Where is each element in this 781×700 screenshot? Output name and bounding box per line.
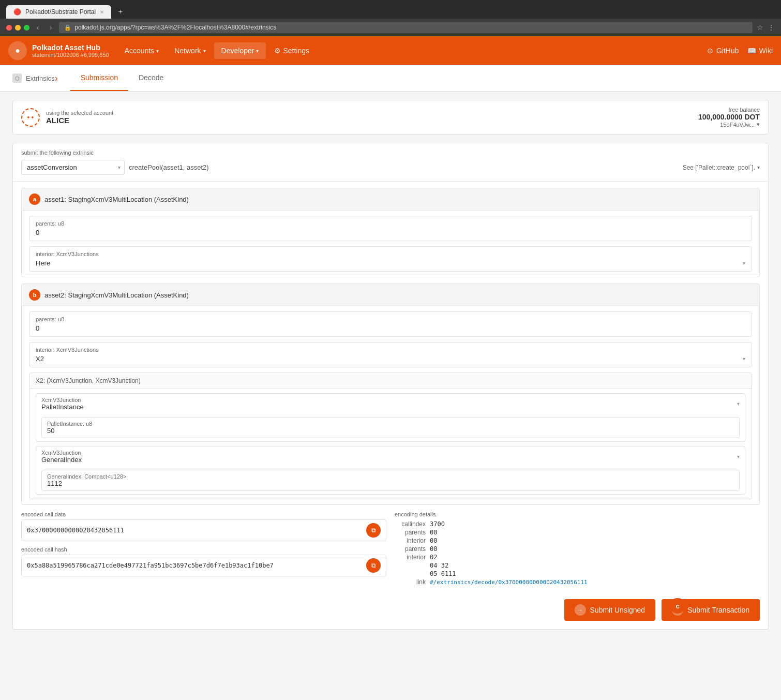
call-hash-field: encoded call hash 0x5a88a519965786ca271c… [21,546,386,576]
encoding-key-parents2: parents [395,545,426,553]
encoding-val-parents2: 00 [430,545,437,553]
tab-close-btn[interactable]: ✕ [100,9,104,15]
tab-decode[interactable]: Decode [128,65,174,91]
more-btn[interactable]: ⋮ [768,23,775,32]
balance-label: free balance [698,107,760,113]
call-data-field: encoded call data 0x37000000000002043205… [21,511,386,541]
encoding-val-interior1: 00 [430,537,437,544]
asset1-interior-field: interior: XcmV3Junctions Here ▾ [29,246,752,272]
active-tab[interactable]: 🔴 Polkadot/Substrate Portal ✕ [6,5,111,19]
call-hash-label: encoded call hash [21,546,386,553]
asset1-parents-label: parents: u8 [29,216,752,228]
network-chevron-icon: ▾ [203,48,206,54]
see-link-chevron-icon: ▾ [757,165,760,170]
account-name: ALICE [46,116,113,125]
general-index-field: GeneralIndex: Compact<u128> 1112 [41,470,740,491]
asset2-title: asset2: StagingXcmV3MultiLocation (Asset… [44,291,189,299]
copy-call-hash-button[interactable]: ⧉ [366,558,381,573]
junction1-label: XcmV3Junction [41,397,84,403]
encoding-left: encoded call data 0x37000000000002043205… [21,511,386,587]
asset2-parents-label: parents: u8 [29,312,752,323]
encoding-key-callindex: callindex [395,520,426,528]
asset2-header: b asset2: StagingXcmV3MultiLocation (Ass… [22,284,759,306]
breadcrumb-sep: › [55,73,58,84]
wiki-link[interactable]: 📖 Wiki [747,47,773,55]
window-maximize-dot[interactable] [24,25,29,31]
sub-nav: ⬡ Extrinsics › Submission Decode [0,65,781,92]
asset1-badge: a [29,193,40,205]
sub-tabs: Submission Decode [70,65,174,91]
encoding-key-parents1: parents [395,529,426,536]
junction1-chevron-icon: ▾ [737,401,740,407]
breadcrumb: ⬡ Extrinsics [12,65,55,91]
github-link[interactable]: ⊙ GitHub [707,47,739,55]
asset1-header: a asset1: StagingXcmV3MultiLocation (Ass… [22,188,759,211]
footer-actions: c → Submit Unsigned → Submit Transaction [13,593,768,629]
extrinsic-header: submit the following extrinsic assetConv… [13,143,768,182]
encoding-val-interior2: 02 [430,554,437,561]
url-text: polkadot.js.org/apps/?rpc=ws%3A%2F%2Floc… [74,24,747,31]
asset2-x2-title: X2: (XcmV3Junction, XcmV3Junction) [29,373,752,389]
tab-submission[interactable]: Submission [70,65,128,91]
extrinsic-form: submit the following extrinsic assetConv… [12,143,769,630]
asset2-parents-value: 0 [29,323,752,336]
asset1-interior-label: interior: XcmV3Junctions [29,247,752,258]
asset2-interior-field: interior: XcmV3Junctions X2 ▾ [29,342,752,367]
window-minimize-dot[interactable] [15,25,21,31]
asset2-interior-value: X2 [36,355,44,363]
submit-transaction-label: Submit Transaction [687,606,749,614]
nav-settings[interactable]: ⚙ Settings [267,42,317,59]
submit-unsigned-icon: → [575,604,586,616]
junction2-select[interactable]: XcmV3Junction GeneralIndex ▾ [36,446,745,467]
encoding-val-04: 04 32 [430,562,448,569]
call-hash-value: 0x5a88a519965786ca271cde0e497721fa951bc3… [27,562,362,569]
app-logo: ● Polkadot Asset Hub statemint/1002006 #… [8,41,109,60]
encoding-decode-link[interactable]: #/extrinsics/decode/0x370000000000020432… [430,579,588,586]
asset2-interior-label: interior: XcmV3Junctions [29,342,752,354]
new-tab-btn[interactable]: + [113,4,128,19]
asset1-interior-chevron-icon: ▾ [743,260,745,266]
pallet-select[interactable]: assetConversion [21,160,125,175]
general-index-label: GeneralIndex: Compact<u128> [47,473,734,480]
encoding-val-callindex: 3700 [430,520,445,528]
account-address: 15oF4uVJw... ▾ [698,121,760,128]
junction1-value: PalletInstance [41,403,84,411]
pallet-instance-label: PalletInstance: u8 [47,421,734,427]
general-index-value: 1112 [47,480,734,487]
asset1-interior-value: Here [36,259,50,267]
asset1-interior-select[interactable]: Here ▾ [29,258,752,271]
asset2-parents-field: parents: u8 0 [29,311,752,337]
encoding-val-parents1: 00 [430,529,437,536]
submit-unsigned-label: Submit Unsigned [590,606,645,614]
asset2-interior-chevron-icon: ▾ [743,356,745,362]
forward-btn[interactable]: › [47,22,55,33]
encoding-right: encoding details callindex 3700 parents … [395,511,760,587]
encoding-key-interior1: interior [395,537,426,544]
asset2-interior-select[interactable]: X2 ▾ [29,354,752,367]
pallet-instance-field: PalletInstance: u8 50 [41,417,740,438]
address-bar[interactable]: 🔒 polkadot.js.org/apps/?rpc=ws%3A%2F%2Fl… [59,22,753,33]
asset2-x2-section: X2: (XcmV3Junction, XcmV3Junction) XcmV3… [29,373,752,499]
encoding-row-parents1: parents 00 [395,529,760,536]
account-section: ✦✦ using the selected account ALICE free… [12,100,769,135]
asset1-title: asset1: StagingXcmV3MultiLocation (Asset… [44,196,189,203]
address-chevron-icon: ▾ [757,121,760,128]
account-avatar: ✦✦ [21,108,40,127]
nav-accounts[interactable]: Accounts ▾ [117,42,167,59]
copy-call-data-button[interactable]: ⧉ [366,523,381,538]
asset2-section: b asset2: StagingXcmV3MultiLocation (Ass… [21,284,760,505]
pallet-instance-value: 50 [47,427,734,435]
nav-network[interactable]: Network ▾ [167,42,213,59]
see-pallet-link[interactable]: See ['Pallet::create_pool`]. ▾ [683,164,760,171]
account-label: using the selected account [46,110,113,116]
back-btn[interactable]: ‹ [34,22,42,33]
developer-chevron-icon: ▾ [256,48,259,54]
window-close-dot[interactable] [6,25,12,31]
junction1-select[interactable]: XcmV3Junction PalletInstance ▾ [36,394,745,414]
nav-developer[interactable]: Developer ▾ [214,42,266,59]
encoding-table: callindex 3700 parents 00 interior 00 pa… [395,520,760,586]
encoding-key-link: link [395,578,426,586]
submit-unsigned-button[interactable]: → Submit Unsigned [564,599,656,621]
method-label: createPool(asset1, asset2) [129,163,679,171]
bookmark-btn[interactable]: ☆ [757,23,763,32]
